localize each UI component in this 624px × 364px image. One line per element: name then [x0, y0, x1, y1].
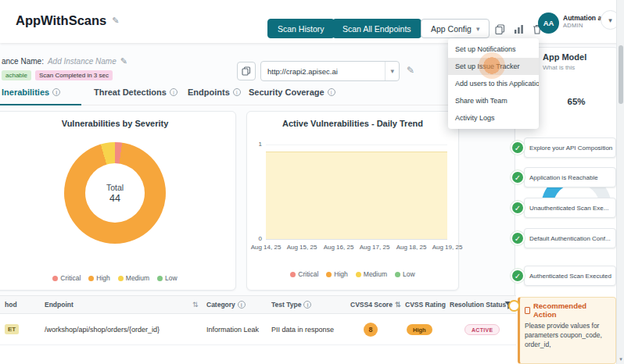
instance-name-placeholder[interactable]: Add Instance Name — [48, 57, 117, 66]
legend-item-high[interactable]: High — [88, 274, 109, 282]
check-icon: ✓ — [511, 269, 525, 283]
recommended-action-box: Recommended Action Please provide values… — [518, 297, 616, 364]
resolution-status-badge[interactable]: ACTIVE — [464, 324, 500, 335]
tab-vulnerabilities-label: lnerabilities — [2, 87, 49, 97]
severity-chart-title: Vulnerabilities by Severity — [0, 119, 235, 128]
scan-all-endpoints-button[interactable]: Scan All Endpoints — [332, 19, 421, 38]
url-chevron-icon: ▾ — [385, 62, 399, 80]
tab-threat-detections[interactable]: Threat Detections i — [94, 87, 178, 97]
app-url-select[interactable]: http://crapi2.apisec.ai ▾ — [260, 61, 400, 81]
high-dot-icon — [326, 272, 332, 277]
info-icon[interactable]: i — [303, 301, 311, 309]
trend-xtick-5: Aug 19, 25 — [429, 244, 465, 251]
legend-critical-label: Critical — [298, 270, 318, 278]
edit-instance-icon[interactable]: ✎ — [120, 56, 127, 66]
col-test-type[interactable]: Test Type i — [271, 301, 311, 309]
pending-step-icon — [508, 300, 520, 312]
app-model-title: App Model — [543, 52, 586, 62]
legend-low-label: Low — [165, 274, 178, 282]
high-dot-icon — [88, 276, 94, 281]
legend-item-medium[interactable]: Medium — [356, 270, 387, 278]
col-resolution-status[interactable]: Resolution Status — [450, 301, 506, 309]
info-icon[interactable]: i — [170, 88, 178, 96]
cvss-score-badge: 8 — [364, 323, 378, 337]
info-icon[interactable]: i — [233, 88, 241, 96]
scan-completed-badge: Scan Completed in 3 sec — [35, 70, 113, 80]
recommended-action-text: Please provide values for parameters cou… — [525, 322, 611, 350]
edit-url-icon[interactable]: ✎ — [407, 65, 414, 76]
app-config-button[interactable]: App Config ▾ — [421, 19, 490, 38]
reachable-badge: achable — [2, 70, 31, 80]
legend-item-low[interactable]: Low — [157, 274, 178, 282]
col-method[interactable]: hod — [5, 301, 17, 309]
trend-chart-title: Active Vulnerabilities - Daily Trend — [247, 119, 458, 128]
trend-ytick-0: 0 — [254, 235, 262, 242]
method-badge: ET — [5, 324, 19, 334]
what-is-this-link[interactable]: What is this — [543, 64, 575, 71]
menu-item-activity-logs[interactable]: Activity Logs — [448, 109, 539, 127]
scrollbar-track[interactable]: ▾ — [616, 0, 624, 364]
legend-critical-label: Critical — [60, 274, 81, 282]
menu-item-setup-notifications[interactable]: Set up Notifications — [448, 41, 539, 58]
app-url-value: http://crapi2.apisec.ai — [261, 67, 338, 76]
checklist-item[interactable]: Explore your API Composition — [524, 137, 616, 158]
sort-score-icon[interactable]: ⇅ — [395, 301, 401, 309]
checklist-item[interactable]: Unauthenticated Scan Exe... — [524, 198, 616, 218]
info-icon[interactable]: i — [328, 88, 335, 96]
medium-dot-icon — [356, 272, 361, 277]
scrollbar-thumb[interactable] — [619, 45, 623, 104]
tab-security-coverage[interactable]: Security Coverage i — [249, 87, 335, 97]
tab-endpoints[interactable]: Endpoints i — [188, 87, 241, 97]
col-cvss-rating[interactable]: CVSS Rating — [405, 301, 446, 309]
legend-item-low[interactable]: Low — [395, 270, 415, 278]
tab-endpoints-label: Endpoints — [188, 87, 230, 97]
col-category[interactable]: Category i — [206, 301, 246, 309]
legend-item-high[interactable]: High — [326, 270, 347, 278]
donut-total-value: 44 — [109, 193, 120, 204]
checklist-item[interactable]: Authenticated Scan Executed — [524, 266, 616, 286]
app-root: AppWithScans ✎ Scan History Scan All End… — [0, 0, 624, 364]
sort-endpoint-icon[interactable]: ⇅ — [192, 301, 199, 309]
copy-url-icon[interactable] — [237, 62, 256, 80]
low-dot-icon — [395, 272, 400, 277]
status-badges: achable Scan Completed in 3 sec — [2, 70, 113, 80]
avatar[interactable]: AA — [538, 12, 559, 34]
edit-title-icon[interactable]: ✎ — [112, 16, 119, 26]
checklist-item[interactable]: Application is Reachable — [524, 167, 616, 187]
test-type-cell: PII data in response — [271, 326, 334, 334]
checklist-item[interactable]: Default Authentication Conf... — [524, 228, 616, 248]
check-icon: ✓ — [511, 201, 525, 215]
legend-medium-label: Medium — [126, 274, 149, 282]
legend-item-medium[interactable]: Medium — [118, 274, 149, 282]
recommended-action-title-text: Recommended Action — [533, 302, 611, 319]
tab-vulnerabilities[interactable]: lnerabilities i — [2, 87, 60, 97]
trend-xtick-2: Aug 16, 25 — [321, 244, 357, 251]
gauge-score: 65% — [541, 97, 611, 106]
menu-item-add-users[interactable]: Add users to this Application — [448, 75, 539, 92]
trend-xtick-4: Aug 18, 25 — [393, 244, 429, 251]
category-cell: Information Leak — [206, 326, 259, 334]
col-cvss-score[interactable]: CVSS4 Score ⇅ — [350, 301, 400, 309]
col-endpoint[interactable]: Endpoint — [45, 301, 74, 309]
trend-area-fill — [266, 152, 447, 239]
info-icon[interactable]: i — [238, 301, 246, 309]
analytics-icon[interactable] — [511, 22, 525, 36]
menu-item-share-with-team[interactable]: Share with Team — [448, 92, 539, 109]
scrollbar-down-arrow[interactable]: ▾ — [617, 354, 624, 364]
trend-plot — [266, 145, 447, 240]
app-context-menu: Set up Notifications Set up Issue Tracke… — [448, 38, 539, 129]
instance-name-label: ance Name: — [2, 57, 44, 66]
tab-threat-detections-label: Threat Detections — [94, 87, 167, 97]
info-icon[interactable]: i — [52, 88, 60, 96]
table-row[interactable]: ET /workshop/api/shop/orders/{order_id} … — [0, 314, 516, 345]
copy-app-icon[interactable] — [493, 22, 507, 36]
trend-xtick-1: Aug 15, 25 — [284, 244, 320, 251]
legend-item-critical[interactable]: Critical — [290, 270, 318, 278]
scan-history-button[interactable]: Scan History — [267, 19, 335, 38]
col-category-label: Category — [206, 301, 235, 309]
legend-item-critical[interactable]: Critical — [52, 274, 81, 282]
document-icon — [525, 307, 530, 314]
trend-ytick-1: 1 — [254, 141, 262, 148]
menu-item-setup-issue-tracker[interactable]: Set up Issue Tracker — [448, 58, 539, 75]
tab-security-coverage-label: Security Coverage — [249, 87, 325, 97]
